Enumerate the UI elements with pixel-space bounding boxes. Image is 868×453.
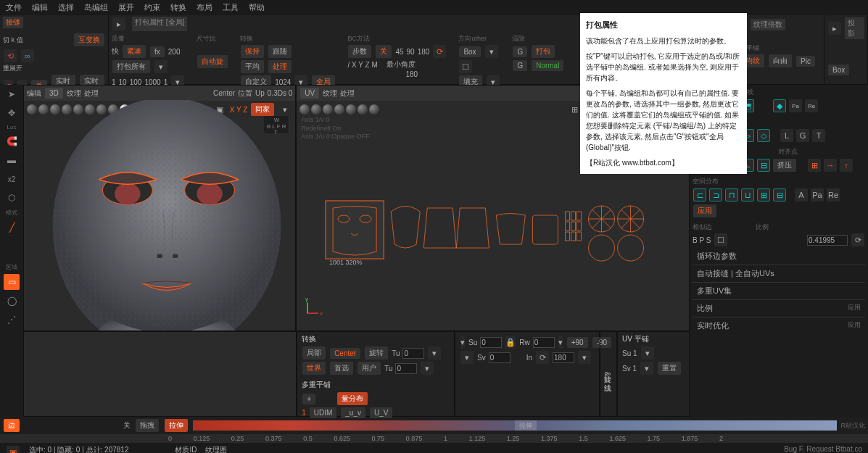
sv-input[interactable] xyxy=(489,352,511,363)
stretch-slider[interactable]: 拉伸 xyxy=(193,420,837,431)
expand-icon[interactable]: ▸ xyxy=(112,17,125,30)
move-tool[interactable]: ✥ xyxy=(4,105,20,121)
world-btn[interactable]: 世界 xyxy=(302,362,326,375)
fx-button[interactable]: fx xyxy=(150,46,165,57)
sp2[interactable]: ⊐ xyxy=(709,188,722,201)
lasso-tool[interactable]: ◯ xyxy=(4,293,20,309)
first-btn[interactable]: 首选 xyxy=(330,362,353,375)
sv1-dd[interactable]: ▾ xyxy=(640,362,653,375)
refresh-icon[interactable]: ⟳ xyxy=(433,45,446,58)
su-input[interactable] xyxy=(480,337,502,348)
viewport-3d[interactable]: 编辑 3D 纹理 处理 Center 位置 Up 0.3Ds 0 ⊞ 💡 ▣ X… xyxy=(23,85,296,331)
rot-btn[interactable]: 旋转 xyxy=(365,346,388,360)
shield-tool[interactable]: ⬡ xyxy=(4,190,20,206)
n180-input[interactable] xyxy=(553,352,574,363)
su-dd[interactable]: ▾ xyxy=(460,336,465,349)
auto-seam-row[interactable]: 自动接缝 | 全自动UVs xyxy=(693,265,865,283)
menu-island[interactable]: 岛编组 xyxy=(84,2,108,13)
rect-tool[interactable]: ▭ xyxy=(4,274,20,290)
sv-dd[interactable]: ▾ xyxy=(460,351,474,364)
uf-5[interactable]: ◇ xyxy=(757,129,770,142)
face-render[interactable]: W B L F R T xyxy=(24,100,295,331)
tu-dd[interactable]: ▾ xyxy=(428,346,441,360)
menu-unfold[interactable]: 展开 xyxy=(118,2,134,13)
scale-refresh-icon[interactable]: ⟳ xyxy=(851,233,864,246)
avg-button[interactable]: 平均 xyxy=(241,60,264,73)
local-btn[interactable]: 局部 xyxy=(302,346,326,360)
n180-dd[interactable]: ▾ xyxy=(578,351,591,364)
white-button[interactable]: 白由 xyxy=(769,54,792,67)
apr-pa[interactable]: Pa xyxy=(811,188,824,201)
brush-tool[interactable]: ▬ xyxy=(4,152,20,168)
vpuv-tab-tex[interactable]: 纹理 xyxy=(323,88,337,99)
scale-input[interactable] xyxy=(807,235,848,246)
menu-constrain[interactable]: 约束 xyxy=(144,2,160,13)
step-off[interactable]: 关 xyxy=(376,45,392,58)
uv2-btn[interactable]: U_V xyxy=(370,407,392,418)
aln-re[interactable]: Re xyxy=(805,99,818,112)
rw-dd[interactable]: ▾ xyxy=(558,336,563,349)
d5[interactable]: ⊟ xyxy=(757,159,770,172)
al-1[interactable]: ⊞ xyxy=(808,159,821,172)
pack-all-button[interactable]: 打包所有 xyxy=(112,60,150,73)
edge-mode-btn[interactable]: 边 xyxy=(4,419,20,432)
auto-rot-button[interactable]: 自动旋 xyxy=(197,55,228,68)
status-icon[interactable]: ▣ xyxy=(7,446,20,453)
seam-icon-1[interactable]: ⟲ xyxy=(4,49,17,62)
reset-btn[interactable]: 重置 xyxy=(658,362,681,375)
p90-btn[interactable]: +90 xyxy=(567,337,588,348)
sp6[interactable]: ⊟ xyxy=(773,188,786,201)
step-btn[interactable]: 步数 xyxy=(348,45,371,58)
ratio-row[interactable]: 比例应用 xyxy=(693,300,865,317)
lgt-g[interactable]: G xyxy=(796,129,809,142)
lgt-t[interactable]: T xyxy=(812,129,825,142)
rtopt-row[interactable]: 实时优化应用 xyxy=(693,317,865,331)
drag-btn[interactable]: 拖拽 xyxy=(136,419,159,432)
exp-proj[interactable]: ▸ xyxy=(828,22,841,35)
in-refresh[interactable]: ⟳ xyxy=(536,351,549,364)
menu-transform[interactable]: 转换 xyxy=(170,2,186,13)
vp3d-up[interactable]: Up xyxy=(255,89,265,97)
vp3d-tab-edit[interactable]: 编辑 xyxy=(27,88,41,99)
dd4[interactable]: ▾ xyxy=(485,45,498,58)
aln-pa[interactable]: Pa xyxy=(789,99,802,112)
lock-icon[interactable]: 🔒 xyxy=(505,336,516,349)
center-btn[interactable]: Center xyxy=(330,348,360,359)
sp5[interactable]: ⊞ xyxy=(757,188,770,201)
tu-dd2[interactable]: ▾ xyxy=(421,362,434,375)
rlinks[interactable]: R站汉化 xyxy=(841,421,866,431)
proc-button[interactable]: 处理 xyxy=(268,60,292,73)
vpuv-tab-uv[interactable]: UV xyxy=(300,88,319,99)
arrow-tool[interactable]: ➤ xyxy=(4,86,20,102)
lgt-l[interactable]: L xyxy=(780,129,793,142)
menu-file[interactable]: 文件 xyxy=(6,2,22,13)
bps-check[interactable]: ☐ xyxy=(714,233,727,246)
menu-tools[interactable]: 工具 xyxy=(223,2,239,13)
menu-help[interactable]: 帮助 xyxy=(249,2,265,13)
su1-dd[interactable]: ▾ xyxy=(641,346,654,360)
accurate-button[interactable]: 紧凑 xyxy=(123,45,146,58)
dropdown-icon[interactable]: ▾ xyxy=(154,60,168,73)
loop-edge-row[interactable]: 循环边参数 xyxy=(693,248,865,265)
box2-button[interactable]: Box xyxy=(828,65,849,75)
vp3d-tab-proc[interactable]: 处理 xyxy=(84,88,99,99)
menu-layout[interactable]: 布局 xyxy=(197,2,212,13)
menu-select[interactable]: 选择 xyxy=(58,2,74,13)
seam-icon-2[interactable]: ∞ xyxy=(21,49,34,62)
stretch-btn[interactable]: 挤压 xyxy=(773,159,796,172)
magnet-tool[interactable]: 🧲 xyxy=(4,133,20,149)
tu-input2[interactable] xyxy=(395,363,417,374)
apr-re[interactable]: Re xyxy=(827,188,840,201)
rw-input[interactable] xyxy=(533,337,555,348)
uv1-btn[interactable]: _u_v xyxy=(341,407,365,418)
apr-a[interactable]: A xyxy=(795,188,808,201)
pic-button[interactable]: Pic xyxy=(796,56,815,67)
sp3[interactable]: ⊓ xyxy=(725,188,738,201)
vpuv-tab-proc[interactable]: 处理 xyxy=(340,88,355,99)
sp1[interactable]: ⊏ xyxy=(693,188,706,201)
menu-edit[interactable]: 编辑 xyxy=(32,2,48,13)
vp3d-center[interactable]: Center xyxy=(213,89,235,97)
fill-check[interactable]: ☐ xyxy=(459,60,472,73)
aln-1[interactable]: ◆ xyxy=(773,99,786,112)
pack-button[interactable]: 打包 xyxy=(532,45,555,58)
